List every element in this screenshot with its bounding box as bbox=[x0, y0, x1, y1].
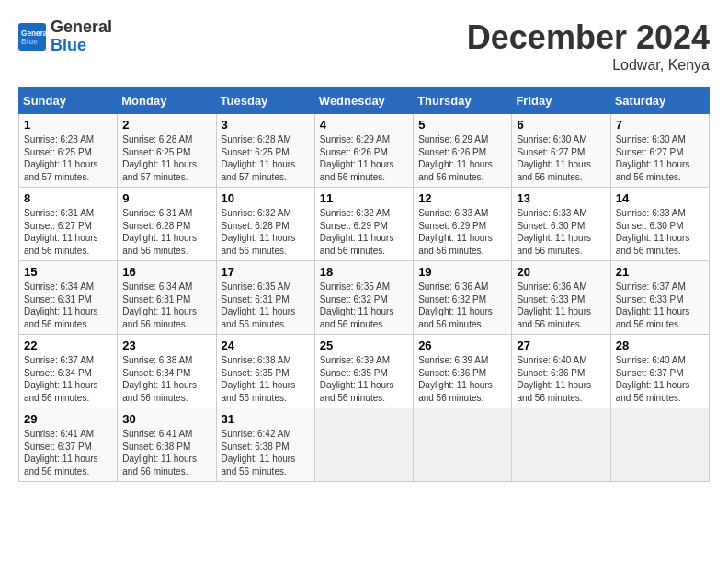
day-info: Sunrise: 6:30 AM Sunset: 6:27 PM Dayligh… bbox=[616, 133, 704, 183]
day-number: 19 bbox=[418, 265, 506, 279]
calendar-cell: 10Sunrise: 6:32 AM Sunset: 6:28 PM Dayli… bbox=[216, 188, 314, 261]
weekday-header-sunday: Sunday bbox=[19, 88, 118, 114]
calendar-cell: 16Sunrise: 6:34 AM Sunset: 6:31 PM Dayli… bbox=[118, 261, 216, 335]
day-info: Sunrise: 6:37 AM Sunset: 6:33 PM Dayligh… bbox=[616, 281, 704, 330]
logo-icon: General Blue bbox=[18, 23, 46, 51]
day-info: Sunrise: 6:38 AM Sunset: 6:34 PM Dayligh… bbox=[122, 354, 210, 404]
calendar-cell: 25Sunrise: 6:39 AM Sunset: 6:35 PM Dayli… bbox=[314, 335, 413, 408]
svg-text:Blue: Blue bbox=[21, 37, 38, 45]
day-info: Sunrise: 6:41 AM Sunset: 6:38 PM Dayligh… bbox=[122, 428, 210, 477]
day-info: Sunrise: 6:33 AM Sunset: 6:30 PM Dayligh… bbox=[517, 207, 605, 257]
day-number: 8 bbox=[24, 191, 112, 205]
day-info: Sunrise: 6:35 AM Sunset: 6:32 PM Dayligh… bbox=[320, 281, 408, 330]
day-number: 3 bbox=[222, 118, 310, 132]
day-number: 13 bbox=[517, 191, 605, 205]
day-number: 2 bbox=[122, 118, 210, 132]
calendar-cell: 22Sunrise: 6:37 AM Sunset: 6:34 PM Dayli… bbox=[19, 335, 118, 408]
day-number: 17 bbox=[222, 265, 310, 279]
calendar-cell bbox=[610, 408, 709, 482]
day-number: 31 bbox=[222, 412, 310, 426]
day-number: 1 bbox=[24, 118, 112, 132]
day-info: Sunrise: 6:34 AM Sunset: 6:31 PM Dayligh… bbox=[24, 281, 112, 330]
day-info: Sunrise: 6:28 AM Sunset: 6:25 PM Dayligh… bbox=[222, 133, 310, 183]
calendar-cell: 13Sunrise: 6:33 AM Sunset: 6:30 PM Dayli… bbox=[512, 188, 610, 261]
day-info: Sunrise: 6:31 AM Sunset: 6:27 PM Dayligh… bbox=[24, 207, 112, 257]
logo-text-line2: Blue bbox=[51, 37, 112, 55]
day-info: Sunrise: 6:33 AM Sunset: 6:30 PM Dayligh… bbox=[616, 207, 704, 257]
day-info: Sunrise: 6:37 AM Sunset: 6:34 PM Dayligh… bbox=[24, 354, 112, 404]
day-number: 16 bbox=[122, 265, 210, 279]
calendar-cell: 5Sunrise: 6:29 AM Sunset: 6:26 PM Daylig… bbox=[414, 114, 512, 188]
day-info: Sunrise: 6:32 AM Sunset: 6:28 PM Dayligh… bbox=[222, 207, 310, 257]
logo-text-line1: General bbox=[51, 18, 112, 37]
day-number: 12 bbox=[418, 191, 506, 205]
calendar-cell: 6Sunrise: 6:30 AM Sunset: 6:27 PM Daylig… bbox=[512, 114, 610, 188]
logo: General Blue General Blue bbox=[18, 18, 112, 55]
svg-text:General: General bbox=[21, 29, 46, 37]
day-info: Sunrise: 6:40 AM Sunset: 6:37 PM Dayligh… bbox=[616, 354, 704, 404]
calendar-cell bbox=[314, 408, 413, 482]
day-number: 23 bbox=[122, 339, 210, 352]
weekday-header-tuesday: Tuesday bbox=[216, 88, 314, 114]
day-number: 25 bbox=[320, 339, 408, 352]
calendar-cell: 8Sunrise: 6:31 AM Sunset: 6:27 PM Daylig… bbox=[19, 188, 118, 261]
day-number: 28 bbox=[616, 339, 704, 352]
calendar-cell: 15Sunrise: 6:34 AM Sunset: 6:31 PM Dayli… bbox=[19, 261, 118, 335]
calendar-cell bbox=[414, 408, 512, 482]
weekday-header-thursday: Thursday bbox=[414, 88, 512, 114]
weekday-header-monday: Monday bbox=[118, 88, 216, 114]
day-info: Sunrise: 6:35 AM Sunset: 6:31 PM Dayligh… bbox=[222, 281, 310, 330]
calendar-cell: 11Sunrise: 6:32 AM Sunset: 6:29 PM Dayli… bbox=[314, 188, 413, 261]
calendar-cell: 17Sunrise: 6:35 AM Sunset: 6:31 PM Dayli… bbox=[216, 261, 314, 335]
day-info: Sunrise: 6:39 AM Sunset: 6:35 PM Dayligh… bbox=[320, 354, 408, 404]
day-info: Sunrise: 6:33 AM Sunset: 6:29 PM Dayligh… bbox=[418, 207, 506, 257]
week-row-3: 15Sunrise: 6:34 AM Sunset: 6:31 PM Dayli… bbox=[19, 261, 710, 335]
day-number: 27 bbox=[517, 339, 605, 352]
day-info: Sunrise: 6:39 AM Sunset: 6:36 PM Dayligh… bbox=[418, 354, 506, 404]
location: Lodwar, Kenya bbox=[467, 57, 710, 74]
day-number: 26 bbox=[418, 339, 506, 352]
day-number: 29 bbox=[24, 412, 112, 426]
week-row-2: 8Sunrise: 6:31 AM Sunset: 6:27 PM Daylig… bbox=[19, 188, 710, 261]
day-number: 10 bbox=[222, 191, 310, 205]
day-number: 9 bbox=[122, 191, 210, 205]
page-header: General Blue General Blue December 2024 … bbox=[18, 18, 710, 74]
day-number: 30 bbox=[122, 412, 210, 426]
day-info: Sunrise: 6:28 AM Sunset: 6:25 PM Dayligh… bbox=[122, 133, 210, 183]
day-info: Sunrise: 6:36 AM Sunset: 6:32 PM Dayligh… bbox=[418, 281, 506, 330]
day-number: 18 bbox=[320, 265, 408, 279]
calendar-cell: 1Sunrise: 6:28 AM Sunset: 6:25 PM Daylig… bbox=[19, 114, 118, 188]
calendar-cell: 20Sunrise: 6:36 AM Sunset: 6:33 PM Dayli… bbox=[512, 261, 610, 335]
week-row-5: 29Sunrise: 6:41 AM Sunset: 6:37 PM Dayli… bbox=[19, 408, 710, 482]
day-number: 5 bbox=[418, 118, 506, 132]
weekday-header-row: SundayMondayTuesdayWednesdayThursdayFrid… bbox=[19, 88, 710, 114]
day-info: Sunrise: 6:31 AM Sunset: 6:28 PM Dayligh… bbox=[122, 207, 210, 257]
day-number: 22 bbox=[24, 339, 112, 352]
calendar-cell: 31Sunrise: 6:42 AM Sunset: 6:38 PM Dayli… bbox=[216, 408, 314, 482]
title-block: December 2024 Lodwar, Kenya bbox=[467, 18, 710, 74]
day-info: Sunrise: 6:40 AM Sunset: 6:36 PM Dayligh… bbox=[517, 354, 605, 404]
weekday-header-friday: Friday bbox=[512, 88, 610, 114]
day-info: Sunrise: 6:34 AM Sunset: 6:31 PM Dayligh… bbox=[122, 281, 210, 330]
day-number: 21 bbox=[616, 265, 704, 279]
calendar-cell: 9Sunrise: 6:31 AM Sunset: 6:28 PM Daylig… bbox=[118, 188, 216, 261]
calendar-cell bbox=[512, 408, 610, 482]
calendar-cell: 7Sunrise: 6:30 AM Sunset: 6:27 PM Daylig… bbox=[610, 114, 709, 188]
day-info: Sunrise: 6:41 AM Sunset: 6:37 PM Dayligh… bbox=[24, 428, 112, 477]
calendar-cell: 23Sunrise: 6:38 AM Sunset: 6:34 PM Dayli… bbox=[118, 335, 216, 408]
day-info: Sunrise: 6:42 AM Sunset: 6:38 PM Dayligh… bbox=[222, 428, 310, 477]
day-info: Sunrise: 6:38 AM Sunset: 6:35 PM Dayligh… bbox=[222, 354, 310, 404]
weekday-header-wednesday: Wednesday bbox=[314, 88, 413, 114]
calendar-cell: 26Sunrise: 6:39 AM Sunset: 6:36 PM Dayli… bbox=[414, 335, 512, 408]
calendar-cell: 19Sunrise: 6:36 AM Sunset: 6:32 PM Dayli… bbox=[414, 261, 512, 335]
day-info: Sunrise: 6:29 AM Sunset: 6:26 PM Dayligh… bbox=[320, 133, 408, 183]
day-info: Sunrise: 6:28 AM Sunset: 6:25 PM Dayligh… bbox=[24, 133, 112, 183]
day-info: Sunrise: 6:30 AM Sunset: 6:27 PM Dayligh… bbox=[517, 133, 605, 183]
calendar-cell: 21Sunrise: 6:37 AM Sunset: 6:33 PM Dayli… bbox=[610, 261, 709, 335]
calendar-cell: 12Sunrise: 6:33 AM Sunset: 6:29 PM Dayli… bbox=[414, 188, 512, 261]
calendar-cell: 27Sunrise: 6:40 AM Sunset: 6:36 PM Dayli… bbox=[512, 335, 610, 408]
calendar-cell: 3Sunrise: 6:28 AM Sunset: 6:25 PM Daylig… bbox=[216, 114, 314, 188]
day-number: 15 bbox=[24, 265, 112, 279]
calendar-cell: 4Sunrise: 6:29 AM Sunset: 6:26 PM Daylig… bbox=[314, 114, 413, 188]
calendar-cell: 24Sunrise: 6:38 AM Sunset: 6:35 PM Dayli… bbox=[216, 335, 314, 408]
